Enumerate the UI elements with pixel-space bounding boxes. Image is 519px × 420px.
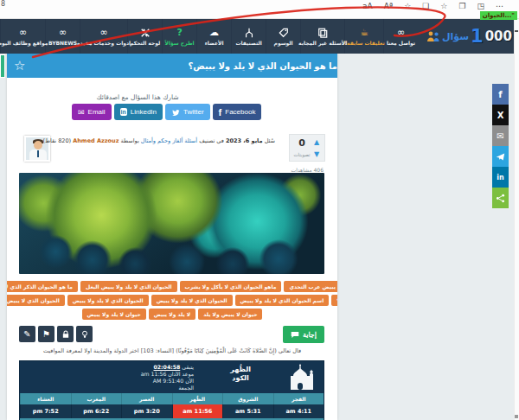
nav-item-useful-tools[interactable]: ∞ ادوات وخدمات مفيده	[80, 19, 127, 54]
tags-section: طائر لا يلد ولا يبيض عرب التحدي ماهو الح…	[12, 281, 332, 322]
prayer-name-dhuhr[interactable]: الظُهر	[172, 393, 223, 404]
tag-link[interactable]: الحيوان الذي لا يلد ولا يبيض	[151, 295, 233, 306]
tag-row: ما هو الحيوان الذي لا يلد ولا يبيض؟ اسم …	[12, 295, 332, 306]
favorites-add-icon[interactable]: ☆	[440, 2, 447, 10]
nav-item-tags[interactable]: الوسوم	[266, 19, 300, 54]
views-count: 406 مشاهدات	[292, 167, 324, 173]
tag-link[interactable]: ما هو الحيوان الذي لا يلد ولا يبيض؟	[331, 295, 337, 306]
tag-link[interactable]: ما هو الحيوان الذكر الذي لا يلد ولا يبيض	[7, 281, 78, 292]
vote-count: 0	[292, 137, 311, 149]
scrollbar[interactable]	[514, 19, 519, 420]
tag-link[interactable]: حيوان لا يبيض ولا يلد	[198, 309, 262, 320]
edit-button[interactable]: ✎	[19, 326, 35, 342]
site-logo[interactable]: سؤال 1 000	[418, 19, 519, 54]
pages-icon	[317, 28, 328, 38]
twitter-bird-icon	[171, 108, 180, 117]
hide-bulb-button[interactable]	[76, 326, 93, 342]
browser-toolbar-icons: aA Aª ☆ ❏ ☆ ❐ ◳ ⋯	[362, 2, 503, 10]
quran-verse-note: قال تعالي (إِنَّ الصَّلاةَ كَانَتْ عَلَى…	[10, 347, 334, 354]
favorites-star-icon[interactable]: ☆	[404, 2, 411, 10]
split-screen-icon[interactable]: ❏	[422, 2, 429, 10]
share-twitter-button[interactable]: Twitter	[165, 104, 210, 120]
nav-item-unanswered-questions[interactable]: الأسئلة غير المجابة	[300, 19, 344, 54]
infinity-icon: ∞	[397, 28, 405, 38]
answer-button[interactable]: إجابة	[283, 326, 324, 343]
sidebar-linkedin-button[interactable]: in	[492, 167, 509, 188]
sidebar-share-button[interactable]	[492, 188, 509, 208]
prayer-time-dhuhr-current: am 11:56	[172, 404, 223, 418]
tag-link[interactable]: لا يلد ولا يبيض	[149, 309, 195, 320]
extension-icon[interactable]: ◳	[477, 2, 484, 10]
nav-item-categories[interactable]: التصنيفات	[231, 19, 266, 54]
facebook-icon: f	[219, 107, 222, 118]
nav-item-control-panel[interactable]: لوحة التحكم	[127, 19, 162, 54]
nav-item-previous-comments[interactable]: ☕ تعليقات سابقة؟	[344, 19, 383, 54]
close-lock-button[interactable]	[57, 326, 74, 342]
prayer-header: الظُهر الكود يتبقى 02:04:58 موعد الآذان …	[20, 361, 324, 393]
lock-icon	[61, 330, 70, 339]
nav-item-job-sites[interactable]: ∞ مواقع وظائف اليوم	[0, 19, 45, 54]
left-edge-widget[interactable]	[0, 54, 5, 78]
vote-widget: 0 ▲ تصويتات ▼	[289, 134, 325, 162]
sidebar-x-button[interactable]: X	[492, 105, 509, 125]
adhan-time: am 11:56	[141, 371, 167, 377]
question-card: ☆ ما هو الحيوان الذي لا يلد ولا يبيض؟ شا…	[7, 54, 337, 420]
tag-link[interactable]: طائر لا يلد ولا يبيض عرب التحدي	[284, 281, 337, 292]
category-link[interactable]: أسئلة ألغاز وحكم وأمثال	[141, 137, 197, 144]
browser-toolbar: 8 aA Aª ☆ ❏ ☆ ❐ ◳ ⋯	[0, 0, 519, 19]
share-email-button[interactable]: ✉ Email	[72, 104, 112, 120]
favorite-star-icon[interactable]: ☆	[14, 58, 25, 73]
prayer-time-sunrise: am 5:31	[222, 404, 273, 418]
sidebar-email-button[interactable]: ✉	[492, 125, 509, 146]
asker-link[interactable]: Ahmed Azzouz	[73, 137, 119, 144]
chat-bubble-icon	[291, 331, 299, 339]
flag-button[interactable]: ⚑	[38, 326, 54, 342]
read-aloud-icon[interactable]: aA	[362, 2, 373, 10]
more-menu-icon[interactable]: ⋯	[496, 2, 503, 10]
sidebar-facebook-button[interactable]: f	[492, 84, 509, 105]
tag-row: حيوان لا يبيض ولا يلد لا يلد ولا يبيض حي…	[12, 309, 332, 320]
text-size-icon[interactable]: Aª	[384, 2, 393, 10]
nav-item-contact-us[interactable]: ∞ تواصل معنا	[383, 19, 418, 54]
prayer-time-fajr: am 4:11	[273, 404, 324, 418]
tag-link[interactable]: الحيوان الذي لا يلد ولا يبيض	[67, 295, 149, 306]
nav-item-ask-question[interactable]: ? اطرح سؤالاً	[162, 19, 196, 54]
nav-item-members[interactable]: ☁ الأعضاء	[196, 19, 231, 54]
prayer-name-sunrise[interactable]: الشروق	[222, 393, 273, 404]
share-linkedin-button[interactable]: in LinkedIn	[114, 104, 163, 120]
toolbar-leftover-text: 8	[1, 0, 5, 8]
votes-label: تصويتات	[292, 152, 311, 157]
collections-icon[interactable]: ❐	[458, 2, 465, 10]
current-time: AM 9:51:40	[153, 378, 183, 384]
vote-up-icon[interactable]: ▲	[311, 139, 322, 146]
prayer-times-row: am 4:11 am 5:31 am 11:56 pm 3:20 pm 6:22…	[20, 404, 324, 418]
prayer-names-row: الفجر الشروق الظُهر العصر المغرب العشاء	[20, 393, 324, 404]
tag-link[interactable]: الحيوان الذي لا يلد ولا يبيض البغل	[80, 281, 177, 292]
question-mark-icon: ?	[176, 28, 182, 38]
prayer-countdown: يتبقى 02:04:58 موعد الآذان am 11:56 الآن…	[99, 364, 194, 391]
telegram-icon	[496, 152, 505, 162]
share-facebook-button[interactable]: f Facebook	[213, 104, 262, 120]
question-image-microbes	[19, 173, 324, 274]
nav-item-bybnews[interactable]: ∞ BYBNEWS	[45, 19, 80, 54]
tag-link[interactable]: ماهو الحيوان الذي لا يأكل ولا يشرب	[180, 281, 282, 292]
coffee-cup-icon: ☕	[360, 28, 368, 38]
share-prompt: شارك هذا السؤال مع اصدقائك	[7, 93, 268, 101]
logo-zeros: 000	[485, 29, 512, 44]
pencil-icon: ✎	[23, 329, 30, 339]
logo-one: 1	[471, 28, 484, 45]
tag-link[interactable]: حيوان لا يلد ولا يبيض	[82, 309, 146, 320]
prayer-name-asr[interactable]: العصر	[121, 393, 172, 404]
prayer-name-isha[interactable]: العشاء	[20, 393, 71, 404]
tag-icon	[279, 28, 289, 38]
tag-link[interactable]: الحيوان الذي لا يبيض ولا يلد	[7, 295, 65, 306]
prayer-time-isha: pm 7:52	[20, 404, 71, 418]
flag-icon: ⚑	[42, 329, 50, 339]
prayer-name-maghrib[interactable]: المغرب	[71, 393, 122, 404]
sidebar-telegram-button[interactable]	[492, 146, 509, 167]
vote-down-icon[interactable]: ▼	[311, 151, 322, 158]
day-name: الجمعة	[99, 385, 194, 391]
prayer-name-fajr[interactable]: الفجر	[273, 393, 324, 404]
tag-link[interactable]: اسم الحيوان الذي لا يلد ولا يبيض	[235, 295, 330, 306]
scrollbar-bottom-marker	[515, 415, 518, 418]
